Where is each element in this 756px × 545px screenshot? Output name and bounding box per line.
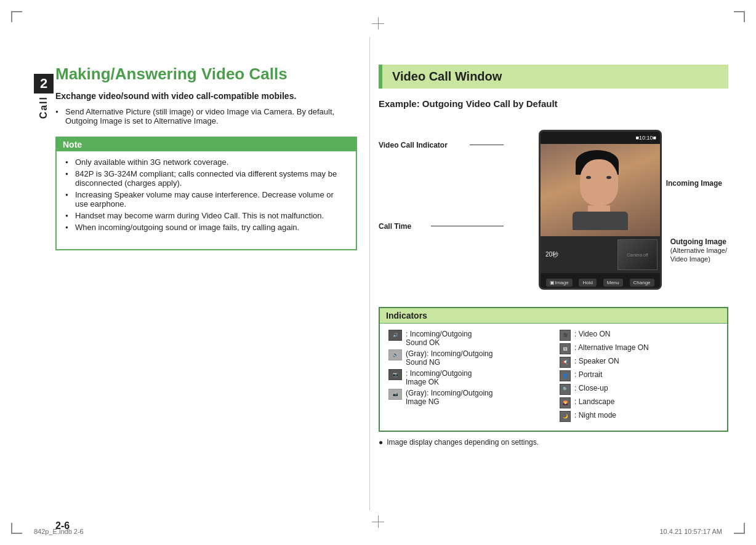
menu-btn: Menu: [603, 279, 623, 287]
section-divider: [369, 37, 370, 511]
sound-ok-icon: 🔊: [388, 330, 402, 341]
indicators-left-col: 🔊 : Incoming/OutgoingSound OK 🔊 (Gray): …: [388, 330, 547, 424]
closeup-icon: 🔍: [560, 384, 571, 395]
indicator-sound-ok: 🔊 : Incoming/OutgoingSound OK: [388, 330, 547, 347]
bullet-icon: ●: [379, 438, 383, 447]
intro-bullet-1: Send Alternative Picture (still image) o…: [55, 107, 357, 125]
video-on-label: : Video ON: [574, 330, 610, 338]
indicators-box: Indicators 🔊 : Incoming/OutgoingSound OK…: [379, 307, 728, 432]
alt-image-on-label: : Alternative Image ON: [574, 343, 649, 352]
indicator-landscape: 🌄 : Landscape: [560, 397, 718, 408]
change-btn: Change: [630, 279, 654, 287]
note-bullet-2: 842P is 3G-324M compliant; calls connect…: [65, 169, 347, 188]
indicator-sound-ng: 🔊 (Gray): Incoming/OutgoingSound NG: [388, 349, 547, 367]
note-bullet-5: When incoming/outgoing sound or image fa…: [65, 223, 347, 232]
footer-file: 842p_E.indb 2-6: [34, 528, 84, 535]
sound-ng-label: (Gray): Incoming/OutgoingSound NG: [406, 349, 493, 367]
outgoing-image-area: 20秒 Camera off: [541, 236, 660, 273]
speaker-on-icon: 📢: [560, 357, 571, 368]
portrait-icon: 👤: [560, 370, 571, 381]
indicator-portrait: 👤 : Portrait: [560, 370, 718, 381]
page-title: Making/Answering Video Calls: [55, 65, 357, 84]
left-section: Making/Answering Video Calls Exchange vi…: [55, 65, 357, 260]
call-timer: 20秒: [545, 250, 558, 259]
note-content: Only available within 3G network coverag…: [57, 151, 356, 249]
note-box: Note Only available within 3G network co…: [55, 137, 357, 250]
arrow-calltime: [431, 226, 504, 226]
image-ok-label: : Incoming/OutgoingImage OK: [406, 369, 472, 386]
arrow-indicator: [470, 145, 504, 145]
portrait-label: : Portrait: [574, 370, 602, 379]
indicator-image-ok: 📷 : Incoming/OutgoingImage OK: [388, 369, 547, 386]
chapter-number: 2: [34, 74, 54, 93]
status-bar: ■10:10■: [541, 132, 660, 144]
subtitle: Exchange video/sound with video call-com…: [55, 91, 357, 101]
corner-mark-br: [734, 523, 745, 534]
phone-screen-inner: ■10:10■ 20秒: [541, 132, 660, 288]
indicator-speaker-on: 📢 : Speaker ON: [560, 357, 718, 368]
indicator-closeup: 🔍 : Close-up: [560, 384, 718, 395]
face: [580, 159, 618, 205]
phone-screen: ■10:10■ 20秒: [539, 130, 662, 290]
note-bullet-1: Only available within 3G network coverag…: [65, 157, 347, 167]
note-header: Note: [57, 138, 356, 151]
sound-ng-icon: 🔊: [388, 349, 402, 360]
image-btn: ▣Image: [546, 279, 572, 287]
alt-image-on-icon: 🖼: [560, 343, 571, 354]
cross-mark-top: [372, 17, 384, 30]
image-note: ● Image display changes depending on set…: [379, 438, 728, 447]
night-icon: 🌙: [560, 411, 571, 422]
shoulders: [573, 212, 628, 230]
indicators-right-col: 🎥 : Video ON 🖼 : Alternative Image ON 📢 …: [560, 330, 718, 424]
corner-mark-bl: [11, 523, 22, 534]
indicator-night: 🌙 : Night mode: [560, 411, 718, 422]
cross-mark-bottom: [372, 515, 384, 528]
landscape-label: : Landscape: [574, 397, 614, 406]
speaker-on-label: : Speaker ON: [574, 357, 619, 365]
corner-mark-tr: [734, 11, 745, 22]
chapter-tab: 2 Call: [34, 74, 54, 119]
example-title: Example: Outgoing Video Call by Default: [379, 98, 728, 109]
right-section: Video Call Window Example: Outgoing Vide…: [379, 65, 728, 447]
indicators-content: 🔊 : Incoming/OutgoingSound OK 🔊 (Gray): …: [380, 324, 727, 431]
hold-btn: Hold: [579, 279, 596, 287]
video-call-window-header: Video Call Window: [379, 65, 728, 89]
indicator-image-ng: 📷 (Gray): Incoming/OutgoingImage NG: [388, 389, 547, 406]
image-ng-label: (Gray): Incoming/OutgoingImage NG: [406, 389, 493, 406]
indicators-header: Indicators: [380, 308, 727, 324]
label-call-time: Call Time: [379, 222, 411, 231]
person-silhouette: [573, 150, 628, 230]
eye-left: [586, 176, 591, 179]
note-bullet-4: Handset may become warm during Video Cal…: [65, 211, 347, 220]
image-note-text: Image display changes depending on setti…: [387, 438, 539, 447]
image-ok-icon: 📷: [388, 369, 402, 380]
footer-date: 10.4.21 10:57:17 AM: [659, 528, 722, 535]
video-diagram: Video Call Indicator Call Time Incoming …: [379, 117, 728, 296]
corner-mark-tl: [11, 11, 22, 22]
label-video-indicator: Video Call Indicator: [379, 141, 448, 149]
note-bullet-3: Increasing Speaker volume may cause inte…: [65, 190, 347, 209]
note-bullets: Only available within 3G network coverag…: [65, 157, 347, 232]
eye-right: [606, 176, 611, 179]
sound-ok-label: : Incoming/OutgoingSound OK: [406, 330, 472, 347]
incoming-image-area: [541, 144, 660, 236]
night-label: : Night mode: [574, 411, 616, 420]
label-outgoing-image: Outgoing Image(Alternative Image/Video I…: [670, 237, 727, 263]
indicator-video-on: 🎥 : Video ON: [560, 330, 718, 341]
indicator-alt-image-on: 🖼 : Alternative Image ON: [560, 343, 718, 354]
closeup-label: : Close-up: [574, 384, 608, 392]
image-ng-icon: 📷: [388, 389, 402, 400]
chapter-label: Call: [38, 96, 49, 119]
small-cam-view: Camera off: [617, 239, 657, 270]
label-incoming-image: Incoming Image: [666, 179, 722, 188]
landscape-icon: 🌄: [560, 397, 571, 408]
status-time: ■10:10■: [636, 135, 656, 141]
intro-bullets: Send Alternative Picture (still image) o…: [55, 107, 357, 125]
phone-bottom-bar: ▣Image Hold Menu Change: [541, 273, 660, 290]
video-on-icon: 🎥: [560, 330, 571, 341]
